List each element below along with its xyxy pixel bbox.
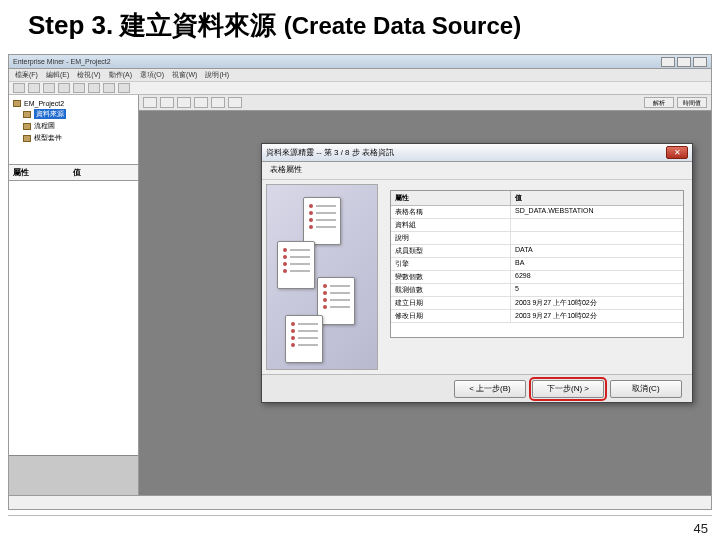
cancel-button[interactable]: 取消(C) bbox=[610, 380, 682, 398]
menu-item[interactable]: 說明(H) bbox=[205, 70, 229, 80]
toolbar-button[interactable] bbox=[58, 83, 70, 93]
menu-item[interactable]: 編輯(E) bbox=[46, 70, 69, 80]
document-icon bbox=[285, 315, 323, 363]
wizard-subtitle: 表格屬性 bbox=[262, 162, 692, 180]
document-icon bbox=[277, 241, 315, 289]
toolbar-button[interactable] bbox=[88, 83, 100, 93]
canvas-tool[interactable] bbox=[143, 97, 157, 108]
table-row: 引擎BA bbox=[391, 258, 683, 271]
wizard-close-button[interactable]: ✕ bbox=[666, 146, 688, 159]
table-properties: 屬性 值 表格名稱SD_DATA.WEBSTATION 資料組 說明 成員類型D… bbox=[390, 190, 684, 338]
left-pane: EM_Project2 資料來源 流程圖 模型套件 屬性 值 bbox=[9, 95, 139, 495]
properties-body bbox=[9, 181, 138, 455]
app-title: Enterprise Miner - EM_Project2 bbox=[13, 58, 111, 65]
prop-col-label: 屬性 bbox=[13, 167, 73, 178]
prop-col-value: 值 bbox=[73, 167, 81, 178]
table-row: 表格名稱SD_DATA.WEBSTATION bbox=[391, 206, 683, 219]
wizard-title-text: 資料來源精靈 -- 第 3 / 8 步 表格資訊 bbox=[266, 147, 394, 158]
folder-icon bbox=[23, 135, 31, 142]
menu-item[interactable]: 選項(O) bbox=[140, 70, 164, 80]
menu-item[interactable]: 動作(A) bbox=[109, 70, 132, 80]
page-number: 45 bbox=[694, 521, 708, 536]
table-row: 建立日期2003 9月27 上午10時02分 bbox=[391, 297, 683, 310]
minimize-button[interactable] bbox=[661, 57, 675, 67]
menubar: 檔案(F) 編輯(E) 檢視(V) 動作(A) 選項(O) 視窗(W) 說明(H… bbox=[9, 69, 711, 81]
properties-footer bbox=[9, 455, 138, 495]
col-property: 屬性 bbox=[391, 191, 511, 205]
toolbar-button[interactable] bbox=[43, 83, 55, 93]
slide-title: Step 3. 建立資料來源 (Create Data Source) bbox=[0, 0, 720, 47]
project-tree[interactable]: EM_Project2 資料來源 流程圖 模型套件 bbox=[9, 95, 138, 165]
app-window: Enterprise Miner - EM_Project2 檔案(F) 編輯(… bbox=[8, 54, 712, 510]
table-row: 修改日期2003 9月27 上午10時02分 bbox=[391, 310, 683, 323]
toolbar-button[interactable] bbox=[118, 83, 130, 93]
maximize-button[interactable] bbox=[677, 57, 691, 67]
col-value: 值 bbox=[511, 191, 683, 205]
close-button[interactable] bbox=[693, 57, 707, 67]
toolbar-button[interactable] bbox=[28, 83, 40, 93]
toolbar-button[interactable] bbox=[73, 83, 85, 93]
menu-item[interactable]: 檢視(V) bbox=[77, 70, 100, 80]
table-row: 觀測值數5 bbox=[391, 284, 683, 297]
wizard-titlebar: 資料來源精靈 -- 第 3 / 8 步 表格資訊 ✕ bbox=[262, 144, 692, 162]
canvas-toolbar: 解析 時間值 bbox=[139, 95, 711, 111]
table-row: 成員類型DATA bbox=[391, 245, 683, 258]
footer-rule bbox=[8, 515, 712, 516]
canvas-tool[interactable] bbox=[228, 97, 242, 108]
app-titlebar: Enterprise Miner - EM_Project2 bbox=[9, 55, 711, 69]
table-row: 資料組 bbox=[391, 219, 683, 232]
next-button[interactable]: 下一步(N) > bbox=[532, 380, 604, 398]
canvas-tool[interactable] bbox=[177, 97, 191, 108]
title-sub: (Create Data Source) bbox=[284, 12, 521, 39]
canvas-tool[interactable] bbox=[211, 97, 225, 108]
statusbar bbox=[9, 495, 711, 509]
folder-icon bbox=[23, 123, 31, 130]
canvas-tool[interactable] bbox=[160, 97, 174, 108]
tree-item-selected[interactable]: 資料來源 bbox=[34, 109, 66, 119]
menu-item[interactable]: 視窗(W) bbox=[172, 70, 197, 80]
tree-root[interactable]: EM_Project2 bbox=[24, 100, 64, 107]
toolbar-button[interactable] bbox=[103, 83, 115, 93]
wizard-footer: < 上一步(B) 下一步(N) > 取消(C) bbox=[262, 374, 692, 402]
title-cjk: 建立資料來源 bbox=[120, 10, 276, 40]
toolbar-button[interactable] bbox=[13, 83, 25, 93]
tab-button[interactable]: 解析 bbox=[644, 97, 674, 108]
toolbar bbox=[9, 81, 711, 95]
tab-button[interactable]: 時間值 bbox=[677, 97, 707, 108]
menu-item[interactable]: 檔案(F) bbox=[15, 70, 38, 80]
properties-header: 屬性 值 bbox=[9, 165, 138, 181]
table-row: 變數個數6298 bbox=[391, 271, 683, 284]
canvas-tool[interactable] bbox=[194, 97, 208, 108]
tree-item[interactable]: 流程圖 bbox=[34, 121, 55, 131]
tree-item[interactable]: 模型套件 bbox=[34, 133, 62, 143]
folder-icon bbox=[23, 111, 31, 118]
data-source-wizard: 資料來源精靈 -- 第 3 / 8 步 表格資訊 ✕ 表格屬性 bbox=[261, 143, 693, 403]
table-row: 說明 bbox=[391, 232, 683, 245]
back-button[interactable]: < 上一步(B) bbox=[454, 380, 526, 398]
canvas-pane: 解析 時間值 資料來源精靈 -- 第 3 / 8 步 表格資訊 ✕ 表格屬性 bbox=[139, 95, 711, 495]
document-icon bbox=[303, 197, 341, 245]
wizard-graphic bbox=[266, 184, 378, 370]
step-prefix: Step 3. bbox=[28, 10, 113, 40]
folder-icon bbox=[13, 100, 21, 107]
